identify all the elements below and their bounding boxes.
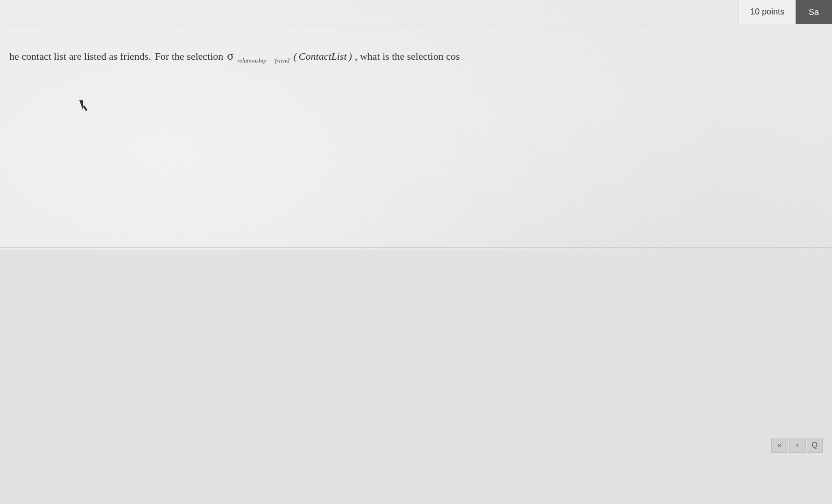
lower-section <box>0 250 832 504</box>
page-indicator-button[interactable]: Q <box>807 438 823 453</box>
save-button[interactable]: Sa <box>796 0 832 24</box>
subscript-text: relationship = 'friend' <box>237 57 290 64</box>
for-text: For the selection <box>155 49 224 64</box>
contact-list-text: ContactList <box>299 49 347 64</box>
content-area: he contact list are listed as friends. F… <box>0 47 832 65</box>
sigma-symbol: σ <box>227 47 233 65</box>
continuation-text: , what is the selection cos <box>355 49 460 64</box>
divider-middle <box>0 247 832 248</box>
divider-top <box>0 26 832 26</box>
paren-close: ) <box>349 49 352 64</box>
navigation-bar: « ‹ Q <box>771 438 823 453</box>
first-page-button[interactable]: « <box>771 438 788 453</box>
points-label: 10 points <box>750 7 784 17</box>
mouse-cursor <box>79 100 89 112</box>
question-part1: he contact list are listed as friends. <box>9 49 151 64</box>
paren-open: ( <box>294 49 297 64</box>
question-text: he contact list are listed as friends. F… <box>9 47 823 65</box>
prev-page-button[interactable]: ‹ <box>789 438 806 453</box>
points-badge: 10 points <box>739 0 796 24</box>
top-bar: 10 points Sa <box>739 0 832 24</box>
subscript-expression: relationship = 'friend' <box>237 57 290 64</box>
